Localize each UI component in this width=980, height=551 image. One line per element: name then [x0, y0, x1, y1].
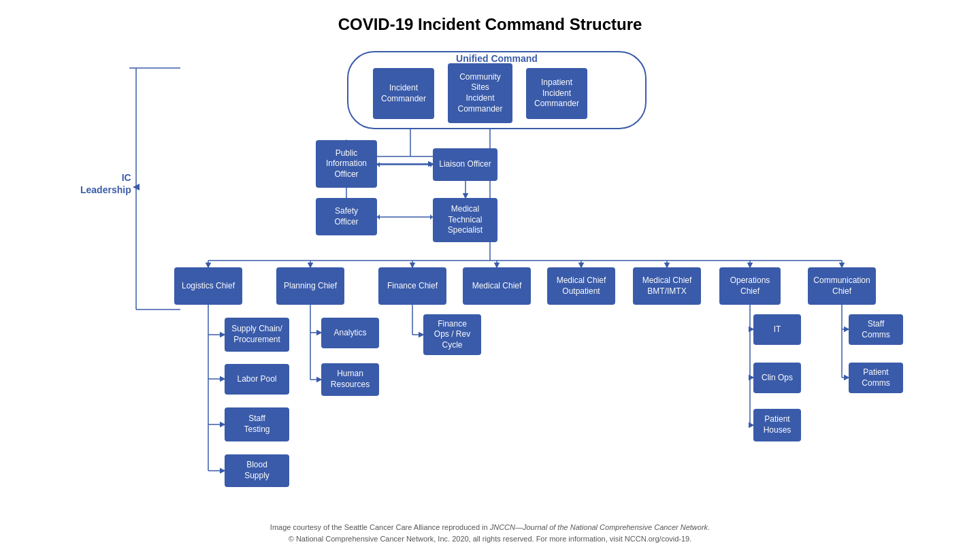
ic-leadership-label: ICLeadership — [80, 171, 131, 196]
analytics: Analytics — [321, 318, 379, 348]
patient-comms: PatientComms — [849, 363, 903, 393]
svg-marker-24 — [377, 162, 380, 167]
page-title: COVID-19 Incident Command Structure — [0, 0, 980, 41]
planning-chief: Planning Chief — [276, 267, 344, 305]
medical-chief-outpatient: Medical ChiefOutpatient — [547, 267, 615, 305]
incident-commander: IncidentCommander — [373, 68, 434, 119]
inpatient-incident: InpatientIncidentCommander — [526, 68, 587, 119]
footer-line1: Image courtesy of the Seattle Cancer Car… — [0, 522, 980, 533]
supply-chain: Supply Chain/Procurement — [225, 318, 289, 352]
liaison-officer: Liaison Officer — [433, 148, 497, 181]
it: IT — [753, 314, 801, 345]
staff-comms: StaffComms — [849, 314, 903, 345]
svg-marker-5 — [133, 184, 140, 190]
medical-technical: MedicalTechnicalSpecialist — [433, 198, 497, 242]
blood-supply: BloodSupply — [225, 454, 289, 487]
footer-line2: © National Comprehensive Cancer Network,… — [0, 533, 980, 545]
medical-chief-bmt: Medical ChiefBMT/IMTX — [633, 267, 701, 305]
public-info: PublicInformationOfficer — [316, 140, 377, 188]
unified-command-label: Unified Command — [347, 53, 647, 64]
footer: Image courtesy of the Seattle Cancer Car… — [0, 522, 980, 544]
medical-chief: Medical Chief — [463, 267, 531, 305]
finance-chief: Finance Chief — [378, 267, 446, 305]
svg-marker-27 — [377, 214, 380, 220]
community-sites: CommunitySitesIncidentCommander — [448, 63, 512, 123]
safety-officer: SafetyOfficer — [316, 198, 377, 235]
operations-chief: OperationsChief — [719, 267, 781, 305]
labor-pool: Labor Pool — [225, 364, 289, 395]
finance-ops: FinanceOps / RevCycle — [423, 314, 481, 355]
staff-testing: StaffTesting — [225, 407, 289, 441]
clin-ops: Clin Ops — [753, 363, 801, 393]
patient-houses: PatientHouses — [753, 409, 801, 441]
logistics-chief: Logistics Chief — [174, 267, 242, 305]
human-resources: HumanResources — [321, 363, 379, 396]
communication-chief: CommunicationChief — [808, 267, 876, 305]
